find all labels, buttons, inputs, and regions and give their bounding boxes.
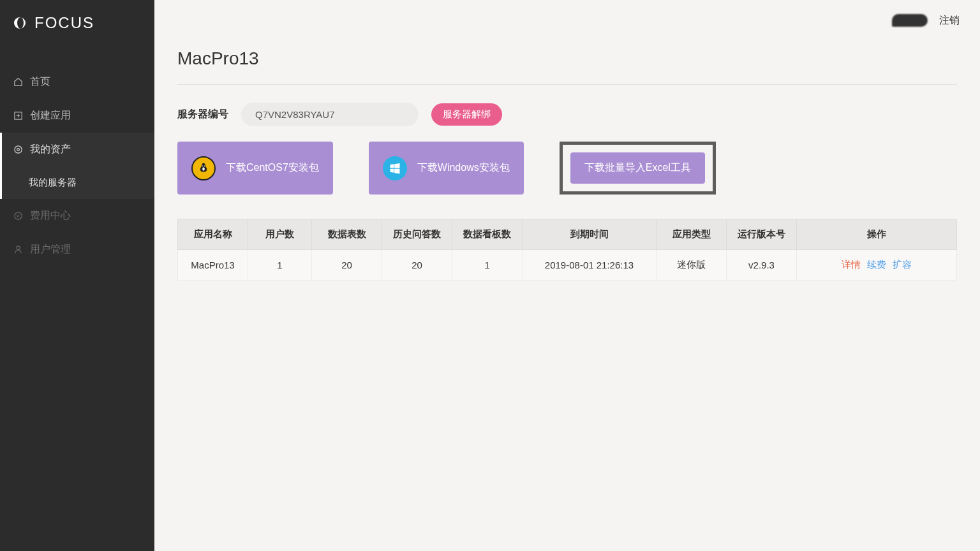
logo: FOCUS	[0, 0, 154, 46]
svg-point-2	[17, 149, 20, 151]
nav-user-mgmt-label: 用户管理	[30, 243, 71, 256]
action-detail-link[interactable]: 详情	[842, 259, 861, 270]
server-row: 服务器编号 Q7VN2V83RYAU7 服务器解绑	[177, 103, 957, 126]
download-row: 下载CentOS7安装包 下载Windows安装包 下载批量导入Excel工具	[177, 142, 957, 195]
td-qa-count: 20	[382, 250, 452, 281]
highlight-box: 下载批量导入Excel工具	[560, 142, 716, 195]
td-actions: 详情 续费 扩容	[797, 250, 957, 281]
download-windows-button[interactable]: 下载Windows安装包	[369, 142, 524, 195]
table-header-row: 应用名称 用户数 数据表数 历史问答数 数据看板数 到期时间 应用类型 运行版本…	[178, 219, 957, 250]
nav-fee-center-label: 费用中心	[30, 209, 71, 223]
content-area: MacPro13 服务器编号 Q7VN2V83RYAU7 服务器解绑 下载Cen…	[154, 41, 980, 296]
table-row: MacPro13 1 20 20 1 2019-08-01 21:26:13 迷…	[178, 250, 957, 281]
sidebar: FOCUS 首页 创建应用 我的资产 我的服	[0, 0, 154, 551]
server-label: 服务器编号	[177, 108, 228, 121]
nav-home-label: 首页	[30, 75, 50, 89]
svg-point-7	[204, 165, 205, 166]
unbind-server-button[interactable]: 服务器解绑	[431, 103, 502, 126]
nav-my-servers[interactable]: 我的服务器	[0, 166, 154, 199]
download-windows-label: 下载Windows安装包	[417, 161, 510, 175]
td-expire-time: 2019-08-01 21:26:13	[523, 250, 657, 281]
td-user-count: 1	[248, 250, 312, 281]
nav-my-assets[interactable]: 我的资产	[0, 133, 154, 166]
nav-fee-center[interactable]: 费用中心	[0, 199, 154, 233]
logo-icon	[11, 15, 28, 31]
apps-table: 应用名称 用户数 数据表数 历史问答数 数据看板数 到期时间 应用类型 运行版本…	[177, 219, 957, 281]
nav-user-mgmt[interactable]: 用户管理	[0, 233, 154, 267]
action-renew-link[interactable]: 续费	[867, 259, 886, 270]
svg-point-6	[202, 165, 203, 166]
td-app-name: MacPro13	[178, 250, 248, 281]
username-redacted	[892, 14, 928, 27]
brand-name: FOCUS	[34, 14, 94, 32]
fee-icon	[13, 210, 24, 221]
topbar: 注销	[154, 0, 980, 41]
td-version: v2.9.3	[727, 250, 797, 281]
th-action: 操作	[797, 219, 957, 250]
nav-my-servers-label: 我的服务器	[29, 177, 77, 187]
download-centos-button[interactable]: 下载CentOS7安装包	[177, 142, 333, 195]
user-icon	[13, 244, 24, 255]
th-app-name: 应用名称	[178, 219, 248, 250]
svg-point-4	[17, 246, 20, 250]
th-board-count: 数据看板数	[452, 219, 523, 250]
svg-point-5	[202, 167, 205, 171]
th-expire-time: 到期时间	[523, 219, 657, 250]
nav-create-app-label: 创建应用	[30, 109, 71, 122]
linux-icon	[191, 156, 216, 180]
logout-link[interactable]: 注销	[939, 14, 960, 27]
nav-create-app[interactable]: 创建应用	[0, 99, 154, 133]
download-centos-label: 下载CentOS7安装包	[226, 161, 319, 175]
windows-icon	[383, 156, 407, 180]
home-icon	[13, 77, 24, 87]
th-app-type: 应用类型	[657, 219, 727, 250]
th-user-count: 用户数	[248, 219, 312, 250]
download-excel-tool-button[interactable]: 下载批量导入Excel工具	[570, 152, 705, 184]
svg-point-1	[15, 146, 22, 153]
th-version: 运行版本号	[727, 219, 797, 250]
th-qa-count: 历史问答数	[382, 219, 452, 250]
navigation: 首页 创建应用 我的资产 我的服务器 费用中心	[0, 65, 154, 267]
td-app-type: 迷你版	[657, 250, 727, 281]
action-expand-link[interactable]: 扩容	[893, 259, 912, 270]
td-board-count: 1	[452, 250, 523, 281]
nav-home[interactable]: 首页	[0, 65, 154, 99]
th-table-count: 数据表数	[312, 219, 382, 250]
nav-my-assets-label: 我的资产	[30, 143, 71, 156]
main-content: 注销 MacPro13 服务器编号 Q7VN2V83RYAU7 服务器解绑 下载…	[154, 0, 980, 551]
page-title: MacPro13	[177, 41, 957, 85]
download-excel-label: 下载批量导入Excel工具	[584, 161, 691, 175]
server-code: Q7VN2V83RYAU7	[241, 103, 419, 126]
assets-icon	[13, 144, 24, 155]
plus-square-icon	[13, 110, 24, 121]
td-table-count: 20	[312, 250, 382, 281]
